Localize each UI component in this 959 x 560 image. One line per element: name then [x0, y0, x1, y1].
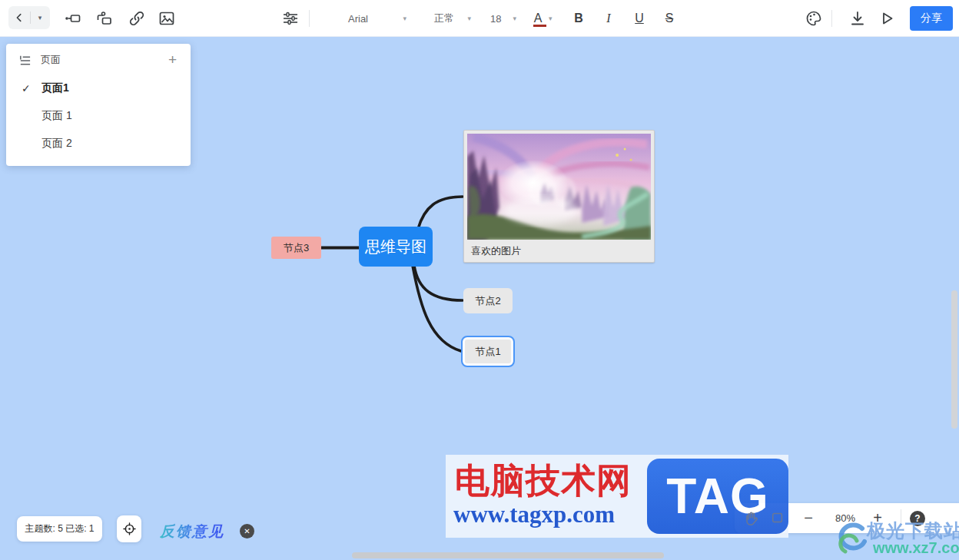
style-settings-button[interactable] [281, 9, 300, 28]
chevron-down-icon: ▾ [467, 15, 471, 22]
font-style-value: 正常 [434, 12, 454, 25]
font-style-select[interactable]: 正常 ▾ [434, 11, 471, 26]
mindmap-node-3[interactable]: 节点3 [271, 237, 321, 259]
tagxp-site-url: www.tagxp.com [453, 501, 615, 529]
crosshair-icon [122, 522, 137, 536]
font-size-select[interactable]: 18 ▾ [490, 11, 516, 26]
page-list-icon [18, 54, 32, 67]
insert-sibling-node-button[interactable] [64, 9, 82, 28]
insert-image-button[interactable] [158, 9, 176, 28]
mindmap-app: ▾ A [0, 0, 959, 560]
add-page-button[interactable]: + [168, 50, 177, 70]
font-color-swatch [533, 25, 546, 27]
mindmap-image-node[interactable]: 喜欢的图片 [463, 130, 655, 263]
horizontal-scrollbar-thumb[interactable] [352, 552, 664, 558]
font-family-value: Arial [348, 13, 368, 25]
chevron-left-icon [14, 12, 25, 23]
edge-root-node2 [414, 266, 463, 300]
feedback-close-button[interactable]: ✕ [240, 524, 254, 538]
canvas-tools [742, 510, 785, 527]
vertical-scrollbar-thumb[interactable] [951, 290, 957, 429]
fantasy-landscape-image [467, 134, 651, 240]
font-size-value: 18 [490, 13, 501, 25]
locate-center-button[interactable] [117, 515, 141, 542]
page-item-label: 页面 1 [41, 109, 72, 123]
xz7-watermark: 极光下载站 www.xz7.com [833, 518, 959, 560]
topic-count-badge: 主题数: 5 已选: 1 [17, 516, 102, 542]
chevron-down-icon: ▾ [403, 15, 406, 22]
xz7-swirl-logo-icon [833, 521, 867, 558]
top-toolbar: ▾ A [0, 0, 959, 37]
share-button[interactable]: 分享 [910, 6, 953, 31]
close-icon: ✕ [244, 527, 250, 535]
font-color-button[interactable]: A ▾ [532, 9, 562, 28]
page-item-3[interactable]: 页面 2 [6, 130, 191, 157]
present-play-button[interactable] [878, 9, 896, 28]
mindmap-node-1-selected[interactable]: 节点1 [461, 336, 515, 367]
undo-history-dropdown[interactable]: ▾ [31, 14, 49, 22]
pan-hand-icon[interactable] [742, 510, 759, 527]
edge-root-image [418, 197, 463, 229]
mindmap-node-2[interactable]: 节点2 [463, 288, 513, 313]
mindmap-canvas[interactable]: 节点3 思维导图 节点2 节点1 [0, 37, 959, 560]
font-color-letter: A [532, 13, 544, 24]
insert-child-node-button[interactable] [95, 9, 113, 28]
divider [309, 10, 310, 27]
chevron-down-icon: ▾ [513, 15, 516, 22]
italic-button[interactable]: I [599, 9, 619, 28]
undo-button[interactable] [8, 12, 30, 23]
feedback-link[interactable]: 反馈意见 [160, 522, 224, 542]
font-family-select[interactable]: Arial ▾ [348, 11, 406, 26]
pages-panel-title: 页面 [41, 53, 61, 67]
check-icon: ✓ [22, 82, 41, 94]
insert-link-button[interactable] [128, 9, 146, 28]
page-item-2[interactable]: 页面 1 [6, 102, 191, 130]
strikethrough-button[interactable]: S [659, 9, 679, 28]
marquee-select-icon[interactable] [770, 510, 785, 525]
page-item-1-active[interactable]: ✓ 页面1 [6, 75, 191, 102]
page-item-label: 页面 2 [41, 137, 72, 151]
pages-panel-header: 页面 + [6, 48, 191, 71]
theme-palette-button[interactable] [805, 9, 823, 28]
tagxp-site-name: 电脑技术网 [455, 458, 632, 504]
chevron-down-icon: ▾ [549, 15, 553, 22]
xz7-site-url: www.xz7.com [873, 539, 959, 557]
download-button[interactable] [848, 9, 867, 28]
image-node-caption: 喜欢的图片 [471, 244, 521, 258]
page-item-label: 页面1 [41, 81, 69, 95]
divider [831, 10, 832, 27]
undo-group: ▾ [8, 6, 50, 29]
underline-button[interactable]: U [629, 9, 649, 28]
edge-root-node1 [413, 266, 461, 351]
pages-panel: 页面 + ✓ 页面1 页面 1 页面 2 [6, 44, 191, 166]
zoom-out-button[interactable]: − [798, 503, 819, 533]
mindmap-root-node[interactable]: 思维导图 [359, 227, 433, 267]
bold-button[interactable]: B [569, 9, 589, 28]
tagxp-watermark-banner: 电脑技术网 www.tagxp.com TAG [446, 455, 788, 538]
